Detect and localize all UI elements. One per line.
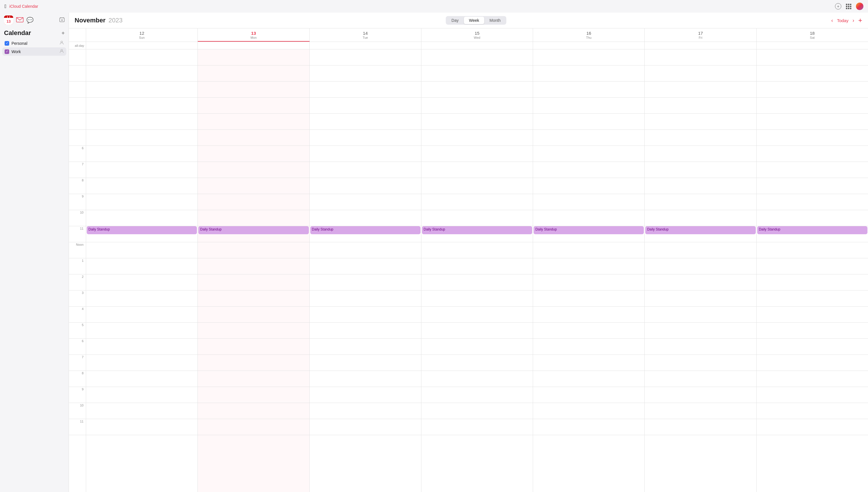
- week-day-headers: 12Sun13Mon14Tue15Wed16Thu17Fri18Sat: [69, 28, 868, 42]
- add-calendar-icon[interactable]: [59, 17, 65, 24]
- sidebar-add-button[interactable]: +: [61, 30, 65, 36]
- day-col-fri[interactable]: Daily Standup: [645, 49, 757, 492]
- day-header-sun[interactable]: 12Sun: [86, 28, 198, 42]
- day-header-mon[interactable]: 13Mon: [198, 28, 309, 42]
- message-icon[interactable]: 💬: [26, 17, 33, 24]
- time-label-10: 10: [69, 210, 86, 226]
- day-header-thu[interactable]: 16Thu: [533, 28, 645, 42]
- sidebar-toolbar: 13 💬: [0, 13, 69, 28]
- work-label: Work: [11, 49, 57, 54]
- standup-event[interactable]: Daily Standup: [757, 226, 867, 234]
- time-label-8: 8: [69, 178, 86, 194]
- sidebar-title: Calendar +: [0, 28, 69, 39]
- standup-event[interactable]: Daily Standup: [198, 226, 308, 234]
- allday-cell-fri[interactable]: [645, 42, 757, 49]
- time-label-14: 2: [69, 274, 86, 291]
- time-label-16: 4: [69, 306, 86, 323]
- time-label-0: [69, 49, 86, 66]
- time-label-9: 9: [69, 194, 86, 210]
- standup-event[interactable]: Daily Standup: [422, 226, 532, 234]
- top-bar:  iCloud Calendar +: [0, 0, 868, 13]
- prev-button[interactable]: ‹: [829, 16, 835, 25]
- day-name: Fri: [645, 36, 756, 39]
- week-view: 12Sun13Mon14Tue15Wed16Thu17Fri18Sat all-…: [69, 28, 868, 492]
- day-name: Sun: [86, 36, 197, 39]
- day-col-sun[interactable]: Daily Standup: [86, 49, 198, 492]
- day-name: Mon: [198, 36, 309, 39]
- allday-row: all-day: [69, 42, 868, 49]
- today-button[interactable]: Today: [837, 18, 848, 23]
- allday-cell-sat[interactable]: [757, 42, 868, 49]
- day-header-wed[interactable]: 15Wed: [421, 28, 533, 42]
- time-label-3: [69, 98, 86, 114]
- day-header-tue[interactable]: 14Tue: [310, 28, 421, 42]
- time-gutter-header: [69, 28, 86, 42]
- day-number: 17: [645, 31, 756, 35]
- time-label-17: 5: [69, 323, 86, 339]
- calendar-nav: ‹ Today › +: [829, 16, 862, 25]
- svg-point-6: [61, 41, 63, 43]
- app-layout: 13 💬: [0, 13, 868, 492]
- time-label-5: [69, 130, 86, 146]
- add-event-button[interactable]: +: [858, 16, 862, 24]
- allday-cell-mon[interactable]: [198, 42, 309, 49]
- work-checkbox[interactable]: ✓: [5, 49, 9, 54]
- calendar-header: November 2023 Day Week Month ‹ Today › +: [69, 13, 868, 28]
- day-number: 16: [533, 31, 644, 35]
- svg-point-7: [61, 49, 63, 51]
- day-header-fri[interactable]: 17Fri: [645, 28, 757, 42]
- standup-event[interactable]: Daily Standup: [310, 226, 421, 234]
- allday-cell-thu[interactable]: [533, 42, 645, 49]
- standup-event[interactable]: Daily Standup: [534, 226, 644, 234]
- time-label-4: [69, 114, 86, 130]
- personal-checkbox[interactable]: ✓: [5, 41, 9, 46]
- view-week-button[interactable]: Week: [464, 17, 485, 24]
- day-number: 14: [310, 31, 421, 35]
- day-number: 18: [757, 31, 868, 35]
- allday-cell-sun[interactable]: [86, 42, 198, 49]
- day-col-sat[interactable]: Daily Standup: [757, 49, 868, 492]
- view-month-button[interactable]: Month: [484, 17, 506, 24]
- add-circle-icon[interactable]: +: [835, 3, 841, 9]
- standup-event[interactable]: Daily Standup: [645, 226, 755, 234]
- standup-event[interactable]: Daily Standup: [87, 226, 197, 234]
- time-label-2: [69, 81, 86, 98]
- top-bar-icons: +: [835, 3, 863, 10]
- day-name: Tue: [310, 36, 421, 39]
- sidebar-item-work[interactable]: ✓ Work: [2, 47, 66, 56]
- time-label-11: 11: [69, 226, 86, 242]
- grid-icon[interactable]: [846, 4, 851, 9]
- time-label-19: 7: [69, 355, 86, 371]
- view-day-button[interactable]: Day: [446, 17, 464, 24]
- day-number: 15: [421, 31, 533, 35]
- calendar-list: ✓ Personal ✓ Work: [0, 39, 69, 56]
- allday-cell-tue[interactable]: [310, 42, 421, 49]
- personal-user-icon: [59, 41, 64, 46]
- allday-cell-wed[interactable]: [421, 42, 533, 49]
- time-label-7: 7: [69, 162, 86, 178]
- day-header-sat[interactable]: 18Sat: [757, 28, 868, 42]
- day-col-mon[interactable]: Daily Standup: [198, 49, 309, 492]
- next-button[interactable]: ›: [851, 16, 856, 25]
- day-col-wed[interactable]: Daily Standup: [421, 49, 533, 492]
- time-label-15: 3: [69, 291, 86, 306]
- mail-icon[interactable]: [16, 17, 24, 24]
- time-label-22: 10: [69, 403, 86, 419]
- day-number: 12: [86, 31, 197, 35]
- time-grid-scroll[interactable]: 67891011Noon1234567891011 Daily StandupD…: [69, 49, 868, 492]
- time-label-21: 9: [69, 387, 86, 403]
- time-label-6: 6: [69, 146, 86, 162]
- day-name: Sat: [757, 36, 868, 39]
- calendar-app-icon[interactable]: 13: [4, 16, 13, 25]
- user-avatar[interactable]: [856, 3, 863, 10]
- day-number: 13: [198, 31, 309, 35]
- work-user-icon: [59, 49, 64, 54]
- time-label-1: [69, 66, 86, 81]
- day-name: Thu: [533, 36, 644, 39]
- calendar-title: November 2023: [75, 17, 123, 24]
- day-col-thu[interactable]: Daily Standup: [533, 49, 645, 492]
- day-col-tue[interactable]: Daily Standup: [310, 49, 421, 492]
- time-labels-col: 67891011Noon1234567891011: [69, 49, 86, 492]
- allday-label: all-day: [69, 42, 86, 49]
- sidebar-item-personal[interactable]: ✓ Personal: [2, 39, 66, 47]
